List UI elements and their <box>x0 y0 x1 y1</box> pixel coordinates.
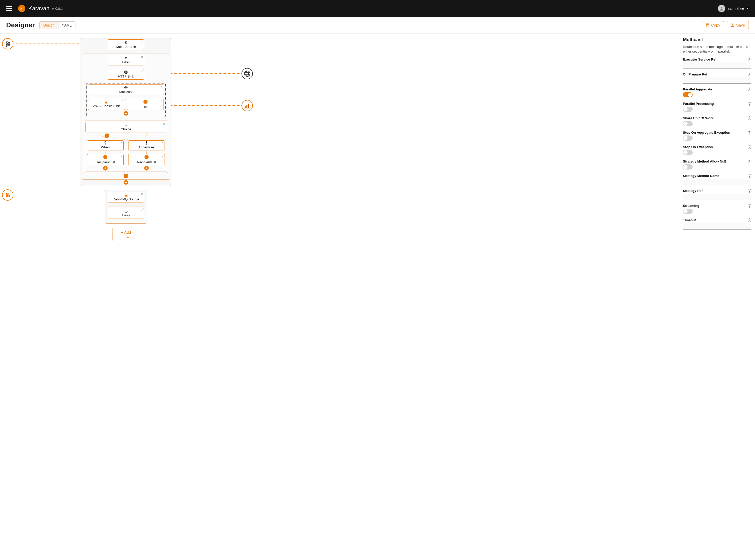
add-step-button[interactable]: + <box>105 134 109 138</box>
svg-line-8 <box>7 43 8 43</box>
help-icon[interactable]: ? <box>748 204 751 207</box>
toggle-switch[interactable] <box>683 107 693 112</box>
node-recipient-list-2[interactable]: × RecipientList <box>128 154 165 165</box>
node-kafka-source[interactable]: × Kafka Source <box>108 39 144 50</box>
save-button[interactable]: Save <box>727 21 749 29</box>
node-aws-kinesis-sink[interactable]: × AWS Kinesis Sink <box>88 99 125 110</box>
prop-field: On Prepare Ref? <box>683 73 751 84</box>
node-multicast[interactable]: × Multicast <box>88 84 164 95</box>
otherwise-branch: × ! Otherwise × RecipientList + <box>127 139 166 172</box>
help-icon[interactable]: ? <box>748 189 751 193</box>
node-to[interactable]: × To <box>127 99 164 110</box>
tab-yaml[interactable]: YAML <box>58 22 75 29</box>
close-icon[interactable]: × <box>122 99 124 102</box>
svg-point-3 <box>6 45 7 47</box>
node-multicast-container[interactable]: × Multicast × AWS Kinesis Sink <box>86 83 166 117</box>
node-label: Otherwise <box>130 145 162 149</box>
add-step-button[interactable]: + <box>124 180 128 185</box>
toggle-switch[interactable] <box>683 92 693 97</box>
copy-button[interactable]: Copy <box>702 21 724 29</box>
node-label: To <box>129 105 161 109</box>
help-icon[interactable]: ? <box>748 73 751 76</box>
arrow-down-icon <box>126 133 166 139</box>
prop-field: Timeout? <box>683 218 751 229</box>
node-filter[interactable]: × Filter <box>108 55 144 65</box>
close-icon[interactable]: × <box>120 141 122 144</box>
text-input[interactable] <box>683 223 751 229</box>
close-icon[interactable]: × <box>141 208 143 212</box>
text-input[interactable] <box>683 179 751 185</box>
toggle-switch[interactable] <box>683 136 693 141</box>
prop-field: Parallel Processing? <box>683 102 751 113</box>
close-icon[interactable]: × <box>161 85 163 88</box>
node-choice-container[interactable]: × Choice ↓ + × ? When <box>84 121 168 173</box>
text-input[interactable] <box>683 62 751 69</box>
close-icon[interactable]: × <box>120 155 122 158</box>
arrow-down-icon <box>83 118 169 120</box>
menu-icon[interactable] <box>6 6 12 11</box>
toggle-switch[interactable] <box>683 150 693 155</box>
close-icon[interactable]: × <box>141 69 143 73</box>
arrow-down-icon <box>83 66 169 68</box>
help-icon[interactable]: ? <box>748 218 751 222</box>
node-label: Filter <box>110 60 142 64</box>
text-input[interactable] <box>683 194 751 200</box>
close-icon[interactable]: × <box>141 193 143 196</box>
node-choice[interactable]: × Choice <box>85 122 166 133</box>
svg-point-5 <box>8 44 10 46</box>
svg-point-11 <box>246 71 248 77</box>
toggle-switch[interactable] <box>683 164 693 169</box>
close-icon[interactable]: × <box>163 122 165 126</box>
field-label: Stop On Exception <box>683 145 713 149</box>
toggle-switch[interactable] <box>683 121 693 126</box>
node-when[interactable]: × ? When <box>87 140 124 151</box>
help-icon[interactable]: ? <box>748 116 751 120</box>
add-step-button[interactable]: + <box>124 174 128 178</box>
help-icon[interactable]: ? <box>748 174 751 178</box>
chevron-down-icon[interactable] <box>746 8 749 9</box>
kafka-icon <box>124 40 127 44</box>
tab-design[interactable]: Design <box>39 21 58 29</box>
node-http-sink[interactable]: × HTTP Sink <box>108 69 144 80</box>
prop-field: Strategy Ref? <box>683 189 751 200</box>
text-input[interactable] <box>683 77 751 84</box>
app-version: v. 0.0.1 <box>52 7 63 11</box>
toggle-switch[interactable] <box>683 209 693 214</box>
help-icon[interactable]: ? <box>748 160 751 163</box>
copy-icon <box>706 23 710 27</box>
close-icon[interactable]: × <box>161 155 164 158</box>
node-recipient-list-1[interactable]: × RecipientList <box>87 154 124 165</box>
svg-point-21 <box>125 43 126 44</box>
help-icon[interactable]: ? <box>748 131 751 135</box>
add-step-button[interactable]: + <box>144 166 149 171</box>
field-label: Strategy Method Name <box>683 174 719 178</box>
user-name[interactable]: cameleer <box>728 6 744 11</box>
rabbitmq-side-icon <box>2 189 14 201</box>
when-branch: × ? When × RecipientList + <box>86 139 125 172</box>
close-icon[interactable]: × <box>160 99 162 102</box>
help-icon[interactable]: ? <box>748 87 751 91</box>
node-otherwise[interactable]: × ! Otherwise <box>128 140 165 151</box>
field-label: Timeout <box>683 218 696 222</box>
prop-field: Strategy Method Allow Null? <box>683 159 751 170</box>
flow-2[interactable]: × RabbitMQ Source × Loop <box>105 190 147 224</box>
close-icon[interactable]: × <box>141 55 143 59</box>
arrow-down-icon <box>128 151 165 154</box>
add-flow-button[interactable]: + Add flow <box>113 228 139 241</box>
flow-1[interactable]: × Kafka Source × Filter × HTTP Sink <box>81 38 171 186</box>
avatar-icon[interactable] <box>718 5 725 12</box>
help-icon[interactable]: ? <box>748 102 751 106</box>
help-icon[interactable]: ? <box>748 58 751 61</box>
field-label: Executor Service Ref <box>683 57 716 61</box>
field-label: Strategy Method Allow Null <box>683 159 726 163</box>
add-step-button[interactable]: + <box>103 166 108 171</box>
add-step-button[interactable]: + <box>124 111 128 116</box>
node-rabbitmq-source[interactable]: × RabbitMQ Source <box>108 192 144 202</box>
close-icon[interactable]: × <box>141 40 143 43</box>
help-icon[interactable]: ? <box>748 145 751 149</box>
flow-canvas[interactable]: × Kafka Source × Filter × HTTP Sink <box>0 34 679 560</box>
node-loop[interactable]: × Loop <box>108 208 144 218</box>
close-icon[interactable]: × <box>161 141 164 144</box>
prop-field: Executor Service Ref? <box>683 57 751 69</box>
prop-field: Parallel Aggregate? <box>683 87 751 98</box>
